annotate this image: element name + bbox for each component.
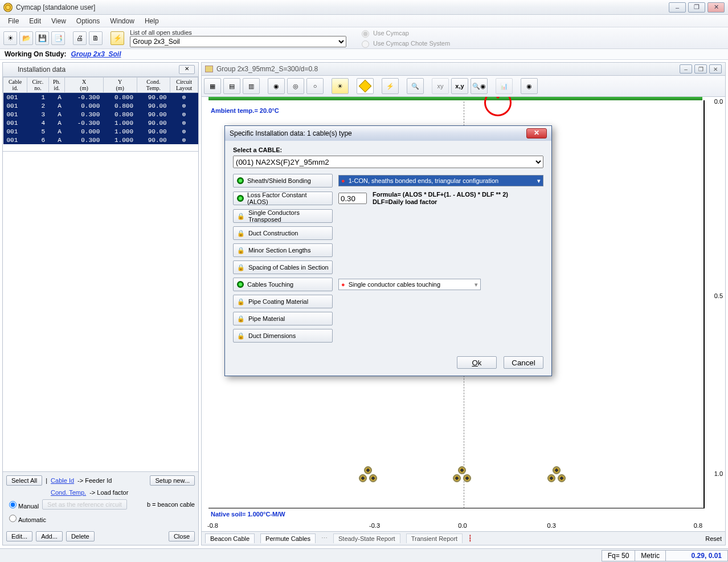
table-row[interactable]: 0014A-0.3001.00090.00⊚ [3, 119, 198, 127]
duct-dimensions-button[interactable]: 🔒Duct Dimensions [233, 329, 333, 343]
cable-select[interactable]: (001) NA2XS(F)2Y_95mm2 [233, 156, 543, 168]
doc-minimize-button[interactable]: – [680, 64, 692, 74]
doc-maximize-button[interactable]: ❐ [694, 64, 707, 74]
table-row[interactable]: 0012A0.0000.80090.00⊚ [3, 101, 198, 110]
delete-button[interactable]: Delete [66, 531, 95, 541]
table-row[interactable]: 0013A0.3000.80090.00⊚ [3, 110, 198, 119]
soil-2-icon[interactable]: ◎ [287, 78, 304, 94]
layout-3-icon[interactable]: ▥ [243, 78, 260, 94]
y-tick-2: 1.0 [714, 470, 723, 477]
feeder-id-text: -> Feeder Id [77, 477, 112, 484]
window-titlebar: Cymcap [standalone user] – ❐ ✕ [0, 0, 728, 15]
beacon-note: b = beacon cable [147, 501, 195, 508]
table-row[interactable]: 0015A0.0001.00090.00⊚ [3, 127, 198, 136]
zoom-out-icon[interactable]: 🔍 [407, 78, 424, 94]
layout-2-icon[interactable]: ▤ [223, 78, 240, 94]
sun-icon[interactable]: ☀ [332, 78, 349, 94]
manual-radio[interactable]: Manual [6, 499, 39, 510]
add-button[interactable]: Add... [36, 531, 63, 541]
open-icon[interactable]: 📂 [19, 31, 33, 45]
app-icon [3, 3, 13, 12]
alos-input[interactable] [338, 193, 367, 204]
minor-section-button[interactable]: 🔒Minor Section Lengths [233, 243, 333, 257]
menu-edit[interactable]: Edit [24, 16, 46, 26]
working-label: Working On Study: [5, 50, 66, 58]
pipe-coating-button[interactable]: 🔒Pipe Coating Material [233, 295, 333, 308]
document-title: Group 2x3_95mm2_S=300/d=0.8 [216, 65, 318, 73]
new-icon[interactable]: ☀ [3, 31, 17, 45]
menu-help[interactable]: Help [140, 16, 163, 26]
reset-link[interactable]: Reset [705, 535, 722, 542]
cable-id-link[interactable]: Cable Id [51, 477, 74, 484]
spacing-button[interactable]: 🔒Spacing of Cables in Section [233, 260, 333, 274]
print-preview-icon[interactable]: 🗎 [89, 31, 103, 45]
cancel-button[interactable]: Cancel [504, 356, 543, 369]
dialog-close-button[interactable]: ✕ [526, 128, 547, 139]
cables-touching-button[interactable]: Cables Touching [233, 278, 333, 291]
save-icon[interactable]: 💾 [35, 31, 49, 45]
sheath-bonding-button[interactable]: Sheath/Shield Bonding [233, 174, 333, 188]
pipe-material-button[interactable]: 🔒Pipe Material [233, 312, 333, 325]
x-tick-4: 0.8 [694, 522, 702, 529]
layout-1-icon[interactable]: ▦ [204, 78, 221, 94]
menu-window[interactable]: Window [105, 16, 139, 26]
doc-close-button[interactable]: ✕ [709, 64, 722, 74]
table-row[interactable]: 0016A0.3001.00090.00⊚ [3, 136, 198, 144]
panel-icon [6, 66, 14, 74]
panel-close-button[interactable]: ✕ [179, 65, 195, 74]
menu-options[interactable]: Options [72, 16, 104, 26]
cable-group[interactable] [547, 466, 566, 482]
duct-construction-button[interactable]: 🔒Duct Construction [233, 226, 333, 240]
cross-section-canvas[interactable]: Ambient temp.= 20.0°C Native soil= 1.000… [201, 97, 726, 532]
ok-button[interactable]: Ok [457, 356, 497, 369]
soil-1-icon[interactable]: ◉ [268, 78, 285, 94]
print-icon[interactable]: 🖨 [73, 31, 87, 45]
setup-new-button[interactable]: Setup new... [150, 475, 195, 486]
cond-temp-link[interactable]: Cond. Temp. [51, 489, 86, 496]
axis-line-bottom [208, 508, 705, 508]
tab-steady[interactable]: Steady-State Report [333, 534, 400, 543]
ambient-temp-label: Ambient temp.= 20.0°C [211, 107, 279, 114]
menu-view[interactable]: View [47, 16, 71, 26]
x-tick-1: -0.3 [369, 522, 380, 529]
load-factor-text: -> Load factor [89, 489, 128, 496]
sheath-bonding-value[interactable]: 1-CON, sheaths bonded ends, triangular c… [338, 175, 543, 186]
tab-transient[interactable]: Transient Report [406, 534, 463, 543]
cables-touching-value[interactable]: Single conductor cables touching▾ [338, 279, 481, 290]
warning-icon[interactable] [357, 78, 374, 94]
maximize-button[interactable]: ❐ [688, 2, 705, 13]
ground-surface [208, 97, 702, 100]
document-toolbar: ▦ ▤ ▥ ◉ ◎ ○ ☀ ⚡ 🔍 xy x,y 🔍◉ 📊 ◉ [201, 76, 726, 97]
select-all-button[interactable]: Select All [6, 475, 42, 486]
main-toolbar: ☀ 📂 💾 📑 🖨 🗎 ⚡ List of all open studies G… [0, 27, 728, 49]
native-soil-label: Native soil= 1.000°C-M/W [211, 511, 285, 518]
coords-2-icon[interactable]: x,y [451, 78, 468, 94]
y-tick-1: 0.5 [714, 292, 723, 299]
panel-close-bottom-button[interactable]: Close [169, 531, 195, 541]
use-chote-radio[interactable]: Use Cymcap Chote System [359, 39, 450, 48]
tab-beacon[interactable]: Beacon Cable [205, 534, 255, 543]
use-cymcap-radio[interactable]: Use Cymcap [359, 28, 450, 38]
working-study-link[interactable]: Group 2x3_Soil [71, 50, 121, 58]
cable-table[interactable]: Cableid.Circ.no.Ph.id.X(m)Y(m)Cond.Temp.… [3, 77, 198, 144]
minimize-button[interactable]: – [669, 2, 686, 13]
cable-group[interactable] [453, 466, 471, 482]
x-tick-0: -0.8 [207, 522, 218, 529]
soil-3-icon[interactable]: ○ [306, 78, 324, 94]
cable-data-icon[interactable]: 🔍◉ [471, 78, 488, 94]
target-icon[interactable]: ◉ [521, 78, 538, 94]
window-close-button[interactable]: ✕ [707, 2, 725, 13]
copy-icon[interactable]: 📑 [51, 31, 65, 45]
edit-button[interactable]: Edit... [6, 531, 32, 541]
select-cable-label: Select a CABLE: [233, 146, 543, 153]
alos-button[interactable]: Loss Factor Constant (ALOS) [233, 192, 333, 205]
study-select[interactable]: Group 2x3_Soil [130, 36, 346, 47]
run-icon[interactable]: ⚡ [111, 31, 124, 45]
table-row[interactable]: 0011A-0.3000.80090.00⊚ [3, 93, 198, 102]
automatic-radio[interactable]: Automatic [6, 513, 46, 523]
cable-group[interactable] [359, 466, 377, 482]
tab-permute[interactable]: Permute Cables [260, 534, 316, 543]
solve-icon[interactable]: ⚡ [382, 78, 399, 94]
sct-button[interactable]: 🔒Single Conductors Transposed [233, 209, 333, 223]
menu-file[interactable]: File [3, 16, 23, 26]
